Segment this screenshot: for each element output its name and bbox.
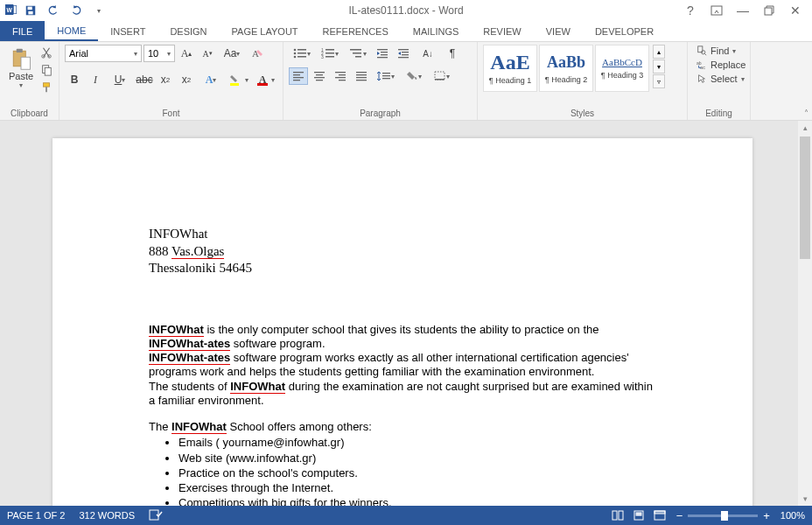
styles-expand[interactable]: ▿ (653, 74, 665, 88)
scroll-down-button[interactable]: ▾ (798, 492, 812, 506)
restore-button[interactable] (760, 1, 779, 20)
svg-rect-26 (326, 49, 334, 51)
svg-rect-20 (298, 49, 306, 51)
page[interactable]: INFOWhat 888 Vas.Olgas Thessaloniki 5464… (52, 138, 752, 506)
tab-view[interactable]: VIEW (534, 21, 583, 41)
svg-rect-5 (28, 11, 32, 15)
show-marks-button[interactable]: ¶ (443, 45, 462, 62)
proofing-button[interactable] (149, 508, 163, 522)
bullet-list: Emails ( yourname@infowhat.gr) Web site … (178, 436, 656, 506)
justify-button[interactable] (352, 67, 371, 85)
minimize-button[interactable]: — (733, 1, 752, 20)
tab-references[interactable]: REFERENCES (311, 21, 401, 41)
qat-customize[interactable]: ▾ (89, 1, 108, 20)
read-mode-button[interactable] (610, 508, 626, 522)
grow-font-button[interactable]: A▴ (177, 45, 196, 62)
replace-button[interactable]: abacReplace (693, 59, 749, 71)
svg-point-23 (294, 56, 297, 59)
style-heading1[interactable]: AaE ¶ Heading 1 (483, 45, 537, 92)
multilevel-list-button[interactable]: ▾ (345, 45, 371, 62)
styles-scroll-up[interactable]: ▴ (653, 45, 665, 59)
sort-button[interactable]: A↓ (415, 45, 441, 62)
list-item: Exercises through the Internet. (178, 481, 656, 495)
svg-rect-7 (765, 8, 772, 15)
word-count[interactable]: 312 WORDS (79, 510, 135, 521)
cut-button[interactable] (38, 45, 54, 60)
text-effects-button[interactable]: A▾ (198, 71, 224, 88)
help-button[interactable]: ? (681, 1, 700, 20)
copy-button[interactable] (38, 62, 54, 78)
group-label-styles: Styles (483, 108, 682, 120)
find-button[interactable]: Find ▾ (693, 45, 749, 57)
underline-button[interactable]: U▾ (107, 71, 133, 88)
tab-mailings[interactable]: MAILINGS (401, 21, 472, 41)
superscript-button[interactable]: x2 (177, 71, 196, 88)
align-right-button[interactable] (331, 67, 350, 85)
tab-home[interactable]: HOME (45, 21, 98, 41)
numbering-button[interactable]: 123▾ (317, 45, 343, 62)
window-title: IL-ates0111.docx - Word (348, 4, 463, 17)
increase-indent-button[interactable] (394, 45, 413, 62)
svg-rect-22 (298, 52, 306, 54)
page-indicator[interactable]: PAGE 1 OF 2 (7, 510, 65, 521)
ribbon-display-options[interactable] (707, 1, 726, 20)
scrollbar-thumb[interactable] (800, 136, 810, 259)
font-name-select[interactable]: Arial▾ (65, 45, 142, 62)
styles-scroll-down[interactable]: ▾ (653, 60, 665, 74)
svg-rect-38 (398, 49, 409, 50)
bold-button[interactable]: B (65, 71, 84, 88)
align-center-button[interactable] (310, 67, 329, 85)
zoom-out-button[interactable]: − (676, 509, 683, 522)
save-button[interactable] (21, 1, 40, 20)
vertical-scrollbar[interactable]: ▴ ▾ (798, 121, 812, 506)
tab-file[interactable]: FILE (0, 21, 45, 41)
style-heading2[interactable]: AaBb ¶ Heading 2 (539, 45, 593, 92)
tab-page-layout[interactable]: PAGE LAYOUT (220, 21, 311, 41)
clear-formatting-button[interactable]: A (247, 45, 266, 62)
line-spacing-button[interactable]: ▾ (373, 67, 399, 85)
zoom-slider[interactable] (688, 514, 758, 517)
svg-rect-2 (13, 5, 16, 13)
undo-button[interactable] (44, 1, 63, 20)
list-item: Emails ( yourname@infowhat.gr) (178, 436, 656, 450)
italic-button[interactable]: I (86, 71, 105, 88)
collapse-ribbon-button[interactable]: ˄ (804, 108, 808, 118)
tab-developer[interactable]: DEVELOPER (583, 21, 666, 41)
zoom-level[interactable]: 100% (780, 510, 805, 521)
document-area: INFOWhat 888 Vas.Olgas Thessaloniki 5464… (0, 121, 812, 506)
tab-review[interactable]: REVIEW (471, 21, 533, 41)
list-item: Web site (www.infowhat.gr) (178, 452, 656, 466)
web-layout-button[interactable] (652, 508, 668, 522)
select-button[interactable]: Select ▾ (693, 73, 749, 85)
format-painter-button[interactable] (38, 80, 54, 95)
scroll-up-button[interactable]: ▴ (798, 121, 812, 135)
redo-button[interactable] (66, 1, 86, 20)
svg-rect-15 (44, 83, 50, 87)
tab-design[interactable]: DESIGN (158, 21, 219, 41)
group-label-editing: Editing (693, 108, 745, 120)
svg-rect-46 (314, 72, 325, 73)
shrink-font-button[interactable]: A▾ (198, 45, 217, 62)
svg-text:3: 3 (321, 54, 324, 59)
shading-button[interactable]: ▾ (401, 67, 427, 85)
close-button[interactable]: ✕ (786, 1, 805, 20)
font-color-button[interactable]: A▾ (254, 71, 280, 88)
svg-text:A: A (252, 48, 259, 59)
tab-insert[interactable]: INSERT (98, 21, 158, 41)
align-left-button[interactable] (289, 67, 308, 85)
svg-rect-58 (382, 73, 390, 74)
subscript-button[interactable]: x2 (156, 71, 175, 88)
strikethrough-button[interactable]: abc (135, 71, 154, 88)
font-size-select[interactable]: 10▾ (144, 45, 175, 62)
paste-button[interactable]: Paste ▾ (5, 45, 37, 91)
paste-label: Paste (9, 71, 33, 81)
bullets-button[interactable]: ▾ (289, 45, 315, 62)
print-layout-button[interactable] (631, 508, 647, 522)
svg-text:W: W (7, 7, 13, 13)
borders-button[interactable]: ▾ (429, 67, 455, 85)
zoom-in-button[interactable]: + (763, 509, 770, 522)
highlight-button[interactable]: ▾ (226, 71, 252, 88)
decrease-indent-button[interactable] (373, 45, 392, 62)
style-heading3[interactable]: AaBbCcD ¶ Heading 3 (595, 45, 649, 92)
change-case-button[interactable]: Aa▾ (219, 45, 245, 62)
